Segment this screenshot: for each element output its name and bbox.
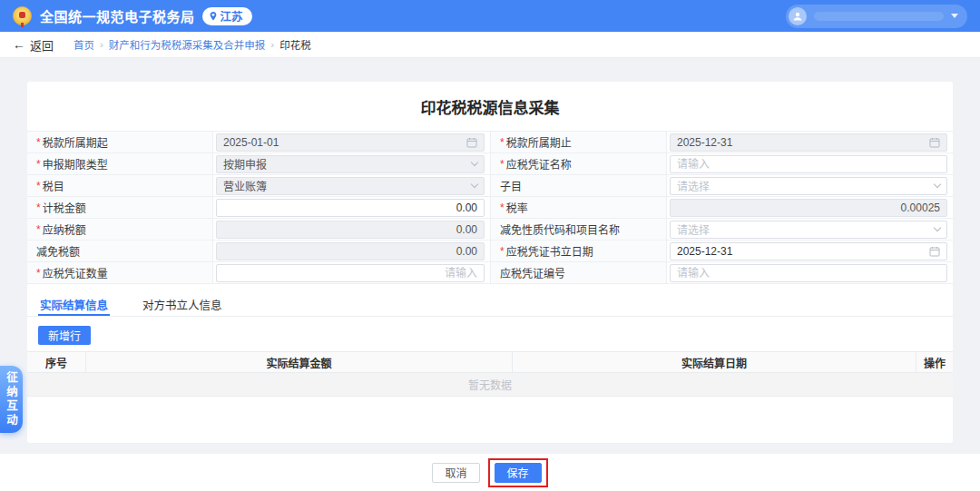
voucher-number-input[interactable] bbox=[670, 264, 947, 282]
field-label-period-start: * 税款所属期起 bbox=[27, 132, 213, 152]
field-label-voucher-date: * 应税凭证书立日期 bbox=[490, 241, 667, 261]
reduced-tax-field: 0.00 bbox=[216, 242, 485, 260]
cancel-button[interactable]: 取消 bbox=[432, 463, 479, 483]
tax-interaction-floating-button[interactable]: 征纳互动 bbox=[0, 366, 23, 433]
period-start-date-field[interactable]: 2025-01-01 bbox=[216, 133, 485, 152]
tab-actual-settlement-info[interactable]: 实际结算信息 bbox=[38, 292, 110, 316]
footer-action-bar: 取消 保存 bbox=[0, 454, 980, 491]
period-end-date-field[interactable]: 2025-12-31 bbox=[670, 133, 947, 152]
tax-bureau-emblem-logo bbox=[13, 6, 32, 25]
form-row: 减免税额 0.00 * 应税凭证书立日期 2025-12-31 bbox=[27, 241, 953, 262]
field-label-reduced-tax: 减免税额 bbox=[27, 241, 213, 261]
settlement-table: 序号 实际结算金额 实际结算日期 操作 暂无数据 bbox=[27, 351, 953, 397]
main-form-panel: 印花税税源信息采集 * 税款所属期起 2025-01-01 * 税款所属期止 2… bbox=[27, 82, 953, 443]
required-marker: * bbox=[36, 180, 41, 192]
field-label-sub-item: 子目 bbox=[490, 175, 667, 196]
app-title: 全国统一规范电子税务局 bbox=[40, 6, 195, 25]
form-row: * 申报期限类型 按期申报 * 应税凭证名称 bbox=[27, 153, 953, 175]
field-label-tax-item: * 税目 bbox=[27, 175, 213, 196]
chevron-down-icon bbox=[471, 159, 478, 166]
breadcrumb: 首页 › 财产和行为税税源采集及合并申报 › 印花税 bbox=[74, 37, 311, 52]
back-arrow-icon: ← bbox=[13, 37, 25, 52]
tab-counterparty-info[interactable]: 对方书立人信息 bbox=[141, 292, 224, 316]
back-label: 返回 bbox=[30, 36, 54, 54]
user-name-redacted bbox=[814, 12, 944, 21]
field-label-voucher-name: * 应税凭证名称 bbox=[490, 153, 667, 174]
table-header-row: 序号 实际结算金额 实际结算日期 操作 bbox=[27, 352, 953, 373]
field-label-taxable-amount: * 计税金额 bbox=[27, 197, 213, 218]
tax-payable-field: 0.00 bbox=[216, 221, 485, 239]
user-avatar-icon bbox=[789, 7, 807, 25]
taxable-amount-input[interactable] bbox=[216, 199, 485, 217]
field-label-tax-payable: * 应纳税额 bbox=[27, 219, 213, 240]
calendar-icon bbox=[929, 137, 940, 148]
voucher-date-field[interactable]: 2025-12-31 bbox=[670, 242, 947, 260]
field-label-reduction-code: 减免性质代码和项目名称 bbox=[490, 219, 667, 240]
stamp-tax-form: * 税款所属期起 2025-01-01 * 税款所属期止 2025-12-31 bbox=[27, 131, 953, 284]
field-label-tax-rate: * 税率 bbox=[490, 197, 667, 218]
chevron-down-icon bbox=[934, 224, 941, 231]
voucher-count-input[interactable] bbox=[216, 264, 485, 282]
page-title: 印花税税源信息采集 bbox=[27, 82, 953, 131]
column-header-actions: 操作 bbox=[916, 352, 953, 372]
save-button[interactable]: 保存 bbox=[495, 463, 542, 483]
form-row: * 税款所属期起 2025-01-01 * 税款所属期止 2025-12-31 bbox=[27, 132, 953, 153]
breadcrumb-home[interactable]: 首页 bbox=[74, 37, 94, 52]
sub-item-select[interactable]: 请选择 bbox=[670, 177, 947, 195]
chevron-down-icon bbox=[934, 181, 941, 188]
voucher-name-input[interactable] bbox=[670, 155, 947, 173]
required-marker: * bbox=[36, 223, 41, 236]
required-marker: * bbox=[36, 201, 41, 214]
user-account-menu[interactable] bbox=[786, 5, 967, 28]
detail-tabs: 实际结算信息 对方书立人信息 bbox=[27, 292, 953, 317]
breadcrumb-module[interactable]: 财产和行为税税源采集及合并申报 bbox=[109, 37, 266, 52]
tax-item-select[interactable]: 营业账簿 bbox=[216, 177, 485, 195]
field-label-filing-term-type: * 申报期限类型 bbox=[27, 153, 213, 174]
region-label: 江苏 bbox=[220, 7, 243, 25]
table-empty-state: 暂无数据 bbox=[27, 373, 953, 397]
region-badge[interactable]: 江苏 bbox=[202, 7, 252, 25]
required-marker: * bbox=[500, 136, 505, 149]
required-marker: * bbox=[36, 158, 41, 171]
chevron-down-icon bbox=[471, 181, 478, 188]
app-header: 全国统一规范电子税务局 江苏 bbox=[0, 0, 980, 32]
form-row: * 应纳税额 0.00 减免性质代码和项目名称 请选择 bbox=[27, 219, 953, 241]
form-row: * 应税凭证数量 应税凭证编号 bbox=[27, 262, 953, 284]
filing-term-type-select[interactable]: 按期申报 bbox=[216, 155, 485, 173]
field-label-voucher-count: * 应税凭证数量 bbox=[27, 262, 213, 283]
required-marker: * bbox=[500, 201, 505, 214]
tax-rate-field: 0.00025 bbox=[670, 199, 947, 217]
reduction-code-select[interactable]: 请选择 bbox=[670, 221, 947, 239]
form-row: * 计税金额 * 税率 0.00025 bbox=[27, 197, 953, 219]
calendar-icon bbox=[929, 246, 940, 257]
chevron-down-icon bbox=[951, 14, 958, 18]
add-row-button[interactable]: 新增行 bbox=[38, 326, 91, 345]
column-header-settlement-amount: 实际结算金额 bbox=[86, 352, 513, 372]
required-marker: * bbox=[36, 267, 41, 280]
calendar-icon bbox=[466, 137, 477, 148]
red-highlight-annotation: 保存 bbox=[488, 458, 548, 487]
required-marker: * bbox=[500, 245, 505, 258]
breadcrumb-separator: › bbox=[100, 39, 103, 50]
required-marker: * bbox=[500, 158, 505, 171]
column-header-index: 序号 bbox=[27, 352, 86, 372]
location-pin-icon bbox=[209, 11, 218, 22]
back-button[interactable]: ← 返回 bbox=[13, 36, 54, 54]
form-row: * 税目 营业账簿 子目 请选择 bbox=[27, 175, 953, 197]
breadcrumb-current: 印花税 bbox=[279, 37, 311, 52]
field-label-voucher-number: 应税凭证编号 bbox=[490, 262, 667, 283]
required-marker: * bbox=[36, 136, 41, 149]
breadcrumb-bar: ← 返回 首页 › 财产和行为税税源采集及合并申报 › 印花税 bbox=[0, 32, 980, 58]
breadcrumb-separator: › bbox=[270, 39, 274, 50]
column-header-settlement-date: 实际结算日期 bbox=[513, 352, 916, 372]
field-label-period-end: * 税款所属期止 bbox=[490, 132, 667, 152]
